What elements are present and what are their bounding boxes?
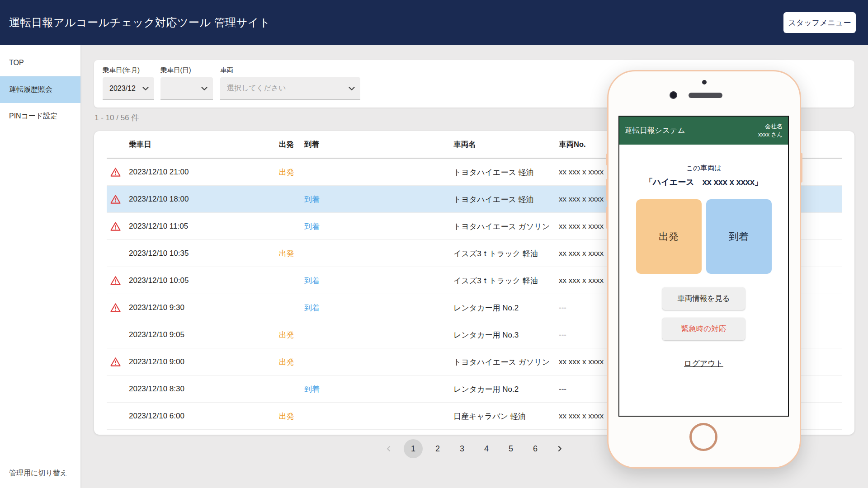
status-label: 出発 — [279, 411, 294, 421]
select-value: 2023/12 — [109, 84, 136, 93]
vehicle-select[interactable]: 選択してください — [220, 77, 360, 100]
vehicle-no: xx xxx x xxxx — [559, 195, 604, 204]
ride-datetime: 2023/12/10 9:05 — [129, 330, 184, 339]
ride-month-select[interactable]: 2023/12 — [103, 77, 154, 100]
sidebar-item-driving-history[interactable]: 運転履歴照会 — [0, 76, 80, 103]
sidebar-item-top[interactable]: TOP — [0, 50, 80, 76]
status-label: 到着 — [304, 302, 320, 313]
vehicle-no: --- — [559, 330, 566, 339]
phone-app-bar: 運転日報システム 会社名 xxxx さん — [619, 117, 788, 145]
company-name: 会社名 — [758, 122, 783, 131]
column-header-vehicle-name: 車両名 — [453, 140, 476, 150]
sidebar-item-pin-code[interactable]: PINコード設定 — [0, 103, 80, 130]
power-button — [800, 153, 802, 183]
page-button-1[interactable]: 1 — [404, 439, 423, 458]
next-page-button[interactable] — [550, 439, 569, 458]
vehicle-name: トヨタハイエース 軽油 — [453, 194, 534, 204]
warning-icon — [110, 167, 121, 177]
sidebar: TOP 運転履歴照会 PINコード設定 管理用に切り替え — [0, 45, 80, 488]
sidebar-item-label: TOP — [9, 59, 24, 67]
ride-datetime: 2023/12/10 11:05 — [129, 222, 188, 231]
warning-icon — [110, 221, 121, 231]
pagination: 123456 — [379, 439, 569, 458]
status-label: 到着 — [304, 194, 320, 204]
staff-menu-button[interactable]: スタッフメニュー — [783, 12, 856, 33]
vehicle-no: --- — [559, 385, 566, 394]
vehicle-name: レンタカー用 No.2 — [453, 302, 519, 313]
speaker-bar — [689, 93, 722, 98]
vehicle-name: 日産キャラバン 軽油 — [453, 411, 526, 421]
ride-datetime: 2023/12/10 21:00 — [129, 168, 189, 177]
sidebar-item-label: 運転履歴照会 — [9, 85, 52, 94]
user-name: xxxx さん — [758, 131, 783, 139]
status-label: 出発 — [279, 329, 294, 340]
filter-vehicle: 車両 選択してください — [220, 66, 360, 100]
vehicle-no: xx xxx x xxxx — [559, 249, 604, 258]
ride-datetime: 2023/12/10 6:00 — [129, 412, 184, 421]
vehicle-no: xx xxx x xxxx — [559, 276, 604, 285]
status-label: 到着 — [304, 275, 320, 286]
ride-datetime: 2023/12/10 9:00 — [129, 357, 184, 366]
phone-mockup: 運転日報システム 会社名 xxxx さん この車両は 「ハイエース xx xxx… — [607, 70, 801, 469]
phone-user-info: 会社名 xxxx さん — [758, 122, 783, 139]
ride-datetime: 2023/12/10 8:30 — [129, 385, 184, 394]
page-root: 運転日報アルコールチェック対応ツール 管理サイト スタッフメニュー TOP 運転… — [0, 0, 868, 488]
volume-down-button — [606, 207, 609, 229]
volume-up-button — [606, 179, 609, 201]
vehicle-no: xx xxx x xxxx — [559, 168, 604, 177]
switch-to-admin-link[interactable]: 管理用に切り替え — [9, 469, 67, 478]
column-header-depart: 出発 — [279, 140, 294, 150]
sensor-dot — [702, 80, 707, 84]
page-button-2[interactable]: 2 — [428, 439, 447, 458]
warning-icon — [110, 303, 121, 312]
filter-ride-month: 乗車日(年月) 2023/12 — [103, 66, 154, 100]
depart-arrive-row: 出発 到着 — [619, 199, 788, 274]
page-button-4[interactable]: 4 — [477, 439, 496, 458]
chevron-down-icon — [199, 84, 209, 94]
vehicle-name: トヨタハイエース 軽油 — [453, 167, 534, 177]
ride-datetime: 2023/12/10 18:00 — [129, 195, 189, 204]
status-label: 到着 — [304, 221, 320, 231]
result-count: 1 - 10 / 56 件 — [94, 113, 139, 123]
status-label: 出発 — [279, 357, 294, 367]
select-placeholder: 選択してください — [227, 84, 286, 93]
vehicle-name: イスズ3ｔトラック 軽油 — [453, 248, 538, 258]
page-title: 運転日報アルコールチェック対応ツール 管理サイト — [9, 15, 270, 30]
column-header-arrive: 到着 — [304, 140, 319, 150]
ride-datetime: 2023/12/10 9:30 — [129, 303, 184, 312]
ride-datetime: 2023/12/10 10:05 — [129, 276, 189, 285]
sidebar-item-label: PINコード設定 — [9, 112, 57, 121]
ride-datetime: 2023/12/10 10:35 — [129, 249, 189, 258]
vehicle-info-button[interactable]: 車両情報を見る — [662, 287, 745, 310]
vehicle-no: --- — [559, 303, 566, 312]
chevron-down-icon — [141, 84, 151, 94]
status-label: 到着 — [304, 384, 320, 394]
vehicle-no: xx xxx x xxxx — [559, 412, 604, 421]
page-button-5[interactable]: 5 — [501, 439, 520, 458]
page-button-6[interactable]: 6 — [526, 439, 545, 458]
column-header-vehicle-no: 車両No. — [559, 140, 586, 150]
arrive-button[interactable]: 到着 — [706, 199, 772, 274]
warning-icon — [110, 194, 121, 204]
ride-day-select[interactable] — [160, 77, 213, 100]
page-button-3[interactable]: 3 — [453, 439, 472, 458]
prev-page-button[interactable] — [379, 439, 398, 458]
chevron-down-icon — [347, 84, 357, 94]
vehicle-name: レンタカー用 No.2 — [453, 384, 519, 394]
app-header: 運転日報アルコールチェック対応ツール 管理サイト スタッフメニュー — [0, 0, 868, 45]
vehicle-name: トヨタハイエース ガソリン — [453, 357, 550, 367]
home-button[interactable] — [689, 423, 717, 451]
phone-app-title: 運転日報システム — [625, 126, 685, 136]
vehicle-name: イスズ3ｔトラック 軽油 — [453, 275, 538, 286]
logout-link[interactable]: ログアウト — [619, 358, 788, 369]
emergency-button[interactable]: 緊急時の対応 — [662, 318, 745, 340]
vehicle-name: レンタカー用 No.3 — [453, 329, 519, 340]
front-camera-icon — [670, 91, 677, 99]
status-label: 出発 — [279, 167, 294, 177]
filter-label: 車両 — [220, 66, 360, 75]
vehicle-no: xx xxx x xxxx — [559, 357, 604, 366]
vehicle-name: トヨタハイエース ガソリン — [453, 221, 550, 231]
depart-button[interactable]: 出発 — [636, 199, 702, 274]
phone-screen: 運転日報システム 会社名 xxxx さん この車両は 「ハイエース xx xxx… — [618, 116, 789, 417]
vehicle-no: xx xxx x xxxx — [559, 222, 604, 231]
